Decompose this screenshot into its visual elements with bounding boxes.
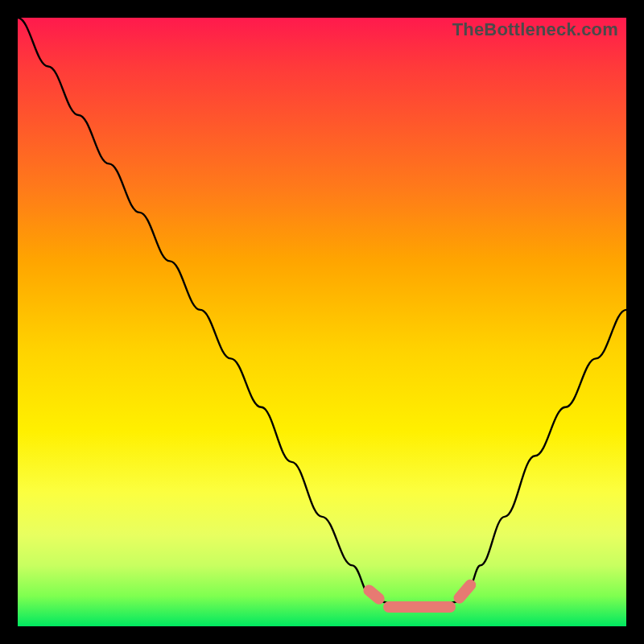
- plot-area: TheBottleneck.com: [18, 18, 626, 626]
- highlight-marker: [383, 601, 456, 613]
- watermark-label: TheBottleneck.com: [452, 19, 618, 40]
- curve-path: [18, 18, 626, 607]
- highlight-marker: [452, 577, 478, 606]
- highlight-marker: [361, 582, 386, 606]
- bottleneck-curve: [18, 18, 626, 626]
- chart-frame: TheBottleneck.com: [0, 0, 644, 644]
